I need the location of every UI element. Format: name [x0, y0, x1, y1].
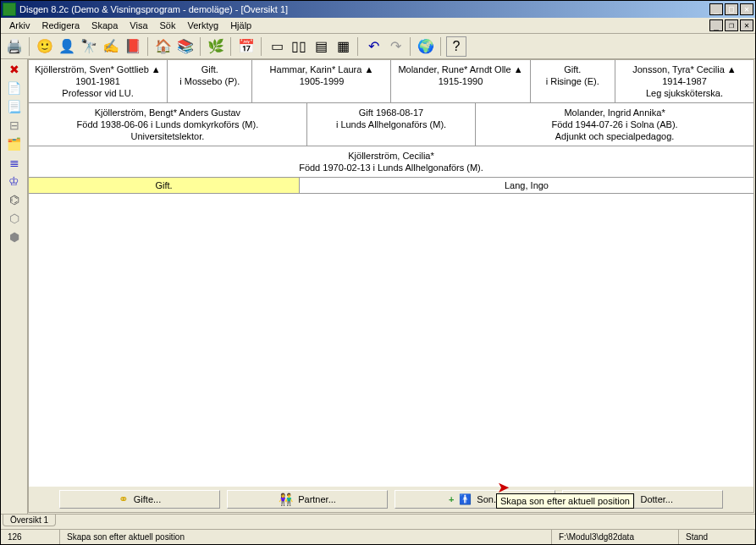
child-minimize-button[interactable]: _	[709, 19, 723, 31]
toolbar: 🖨️ 🙂 👤 🔭 ✍️ 📕 🏠 📚 🌿 📅 ▭ ▯▯ ▤ ▦ ↶ ↷ 🌍 ?	[1, 34, 755, 59]
undo-icon[interactable]: ↶	[363, 36, 384, 57]
book-icon[interactable]: 📕	[123, 36, 143, 57]
tabbar: Översikt 1	[1, 514, 755, 529]
panel3-icon[interactable]: ▤	[311, 36, 331, 57]
gp-cell-4[interactable]: Molander, Rune* Arndt Olle ▲ 1915-1990	[391, 60, 530, 102]
grandparent-row: Kjöllerström, Sven* Gottlieb ▲ 1901-1981…	[29, 60, 753, 103]
p1-title: Universitetslektor.	[30, 130, 305, 142]
gp4-name: Molander, Rune* Arndt Olle ▲	[393, 63, 527, 75]
gp-cell-6[interactable]: Jonsson, Tyra* Cecilia ▲ 1914-1987 Leg s…	[615, 60, 753, 102]
p3-title: Adjunkt och specialpedagog.	[477, 130, 752, 142]
relation-row: Gift. Lang, Ingo	[29, 178, 753, 194]
menu-sok[interactable]: Sök	[155, 19, 181, 32]
gp-cell-5[interactable]: Gift. i Risinge (E).	[531, 60, 615, 102]
redo-icon[interactable]: ↷	[385, 36, 406, 57]
menu-visa[interactable]: Visa	[124, 19, 152, 32]
globe-icon[interactable]: 🌍	[416, 36, 436, 57]
menu-arkiv[interactable]: Arkiv	[4, 19, 35, 32]
panel1-icon[interactable]: ▭	[267, 36, 287, 57]
plus-icon: +	[449, 494, 454, 504]
tooltip: Skapa son efter aktuell position	[496, 493, 634, 509]
sidebar: ✖ 📄 📃 ⊟ 🗂️ ≣ ♔ ⌬ ⬡ ⬢	[1, 59, 28, 514]
p-cell-1[interactable]: Kjöllerström, Bengt* Anders Gustav Född …	[29, 103, 307, 146]
person-star-icon[interactable]: 👤	[57, 36, 77, 57]
home-icon[interactable]: 🏠	[153, 36, 174, 57]
calendar-icon[interactable]: 📅	[236, 36, 257, 57]
gp6-years: 1914-1987	[617, 75, 752, 87]
child-close-button[interactable]: ✕	[740, 19, 753, 31]
doc-red-icon[interactable]: 📄	[6, 80, 23, 96]
poly-up-icon[interactable]: ⬡	[6, 210, 23, 227]
center-name: Kjöllerström, Cecilia*	[32, 150, 750, 162]
statusbar: 126 Skapa son efter aktuell position F:\…	[1, 529, 755, 544]
p-cell-3[interactable]: Molander, Ingrid Annika* Född 1944-07-26…	[476, 103, 753, 146]
panel2-icon[interactable]: ▯▯	[289, 36, 309, 57]
p2-rel: Gift 1968-08-17	[309, 107, 473, 118]
gp6-name: Jonsson, Tyra* Cecilia ▲	[617, 63, 752, 75]
center-person[interactable]: Kjöllerström, Cecilia* Född 1970-02-13 i…	[29, 146, 753, 178]
poly-down-icon[interactable]: ⬢	[6, 228, 23, 245]
empty-area	[29, 194, 753, 487]
gp4-years: 1915-1990	[393, 75, 527, 87]
gp-cell-1[interactable]: Kjöllerström, Sven* Gottlieb ▲ 1901-1981…	[29, 60, 168, 102]
p2-place: i Lunds Allhelgonaförs (M).	[309, 118, 473, 130]
partner-button[interactable]: 👫 Partner...	[227, 490, 388, 509]
close-button[interactable]: ✕	[740, 3, 753, 15]
edit-icon[interactable]: ✍️	[101, 36, 121, 57]
menu-redigera[interactable]: Redigera	[36, 19, 85, 32]
rings-icon: ⚭	[119, 493, 129, 506]
app-icon	[3, 3, 16, 16]
gp6-title: Leg sjuksköterska.	[617, 87, 752, 99]
print-icon[interactable]: 🖨️	[4, 36, 25, 57]
gp5-rel: Gift.	[533, 63, 613, 75]
child-restore-button[interactable]: ❐	[725, 19, 738, 31]
status-path: F:\Modul3\dg82data	[552, 530, 679, 544]
tab-oversikt-1[interactable]: Översikt 1	[3, 515, 56, 526]
main-panel: Kjöllerström, Sven* Gottlieb ▲ 1901-1981…	[28, 59, 754, 513]
menu-verktyg[interactable]: Verktyg	[182, 19, 223, 32]
layers-icon[interactable]: 🗂️	[6, 135, 23, 152]
maximize-button[interactable]: □	[725, 3, 738, 15]
org-icon[interactable]: ⌬	[6, 191, 23, 208]
p-cell-2[interactable]: Gift 1968-08-17 i Lunds Allhelgonaförs (…	[307, 103, 476, 146]
close-x-icon[interactable]: ✖	[6, 61, 23, 78]
dotter-label: Dotter...	[640, 494, 673, 504]
crown-icon[interactable]: ♔	[6, 173, 23, 190]
tree-h-icon[interactable]: ⊟	[6, 117, 23, 134]
son-icon: 🚹	[459, 493, 472, 505]
menu-hjalp[interactable]: Hjälp	[225, 19, 257, 32]
center-born: Född 1970-02-13 i Lunds Allhelgonaförs (…	[32, 162, 750, 173]
status-message: Skapa son efter aktuell position	[60, 530, 552, 544]
binoculars-icon[interactable]: 🔭	[79, 36, 99, 57]
leaf-icon[interactable]: 🌿	[206, 36, 226, 57]
p1-name: Kjöllerström, Bengt* Anders Gustav	[30, 107, 305, 118]
gp2-place: i Mossebo (P).	[169, 75, 250, 87]
gp1-years: 1901-1981	[30, 75, 165, 87]
gp3-name: Hammar, Karin* Laura ▲	[254, 63, 389, 75]
books-icon[interactable]: 📚	[175, 36, 196, 57]
relation-type[interactable]: Gift.	[29, 178, 300, 193]
parent-row: Kjöllerström, Bengt* Anders Gustav Född …	[29, 103, 753, 146]
gp1-name: Kjöllerström, Sven* Gottlieb ▲	[30, 63, 165, 75]
gifte-button[interactable]: ⚭ Gifte...	[59, 490, 220, 509]
gp5-place: i Risinge (E).	[533, 75, 613, 87]
doc-icon[interactable]: 📃	[6, 98, 23, 115]
titlebar: Disgen 8.2c (Demo & Visningsprogram - de…	[1, 1, 755, 18]
minimize-button[interactable]: _	[709, 3, 723, 15]
bars-blue-icon[interactable]: ≣	[6, 154, 23, 171]
relation-spouse[interactable]: Lang, Ingo	[300, 178, 753, 193]
panel4-icon[interactable]: ▦	[333, 36, 353, 57]
menu-skapa[interactable]: Skapa	[86, 19, 123, 32]
partner-icon: 👫	[279, 493, 293, 506]
person-icon[interactable]: 🙂	[35, 36, 55, 57]
gp3-years: 1905-1999	[254, 75, 389, 87]
status-mode: Stand	[679, 530, 755, 544]
status-num: 126	[1, 530, 60, 544]
gp-cell-2[interactable]: Gift. i Mossebo (P).	[168, 60, 252, 102]
bottom-buttons: ⚭ Gifte... 👫 Partner... + 🚹 Son... + 🚺 D…	[29, 487, 753, 512]
p1-born: Född 1938-06-06 i Lunds domkyrkoförs (M)…	[30, 118, 305, 130]
help-icon[interactable]: ?	[446, 36, 466, 57]
gp-cell-3[interactable]: Hammar, Karin* Laura ▲ 1905-1999	[252, 60, 391, 102]
gp1-title: Professor vid LU.	[30, 87, 165, 99]
gp2-rel: Gift.	[169, 63, 250, 75]
